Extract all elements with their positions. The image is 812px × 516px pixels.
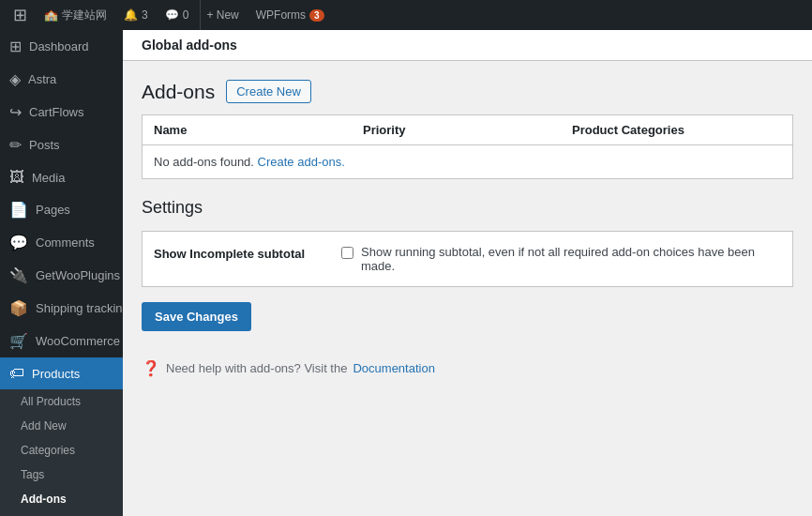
posts-icon: ✏ <box>9 136 22 154</box>
sidebar-item-posts[interactable]: ✏ Posts <box>0 129 123 161</box>
create-new-button[interactable]: Create New <box>226 80 311 103</box>
addons-section-header: Add-ons Create New <box>142 80 793 103</box>
sidebar-sub-tags[interactable]: Tags <box>0 463 123 487</box>
sidebar-item-getwoo[interactable]: 🔌 GetWooPlugins <box>0 259 123 292</box>
sidebar-item-pages[interactable]: 📄 Pages <box>0 193 123 226</box>
sidebar-item-label: Comments <box>36 235 95 250</box>
sidebar-item-label: Products <box>32 367 80 381</box>
wp-icon: ⊞ <box>13 5 27 25</box>
create-addons-link[interactable]: Create add-ons. <box>258 155 345 169</box>
help-footer: ❓ Need help with add-ons? Visit the Docu… <box>142 359 793 377</box>
site-name: 学建站网 <box>62 8 107 23</box>
media-icon: 🖼 <box>9 169 24 186</box>
sidebar: ⊞ Dashboard ◈ Astra ↪ CartFlows ✏ Posts … <box>0 30 123 516</box>
empty-message: No add-ons found. <box>154 155 258 169</box>
sidebar-item-astra[interactable]: ◈ Astra <box>0 63 123 96</box>
incomplete-subtotal-checkbox[interactable] <box>341 247 353 259</box>
incomplete-subtotal-description: Show running subtotal, even if not all r… <box>361 245 781 273</box>
incomplete-subtotal-label: Show Incomplete subtotal <box>154 245 323 261</box>
sidebar-item-label: GetWooPlugins <box>36 268 120 282</box>
sidebar-item-label: Pages <box>36 203 70 217</box>
sidebar-sub-add-new[interactable]: Add New <box>0 414 123 438</box>
table-body: No add-ons found. Create add-ons. <box>143 145 792 178</box>
settings-section: Settings Show Incomplete subtotal Show r… <box>142 198 793 331</box>
getwoo-icon: 🔌 <box>9 266 28 284</box>
page-header: Global add-ons <box>123 30 812 61</box>
products-icon: 🏷 <box>9 365 24 382</box>
sidebar-item-comments[interactable]: 💬 Comments <box>0 226 123 259</box>
sidebar-sub-all-products[interactable]: All Products <box>0 389 123 414</box>
sidebar-item-cartflows[interactable]: ↪ CartFlows <box>0 96 123 129</box>
sidebar-item-label: WooCommerce <box>36 334 120 348</box>
page-title: Global add-ons <box>142 38 237 53</box>
sidebar-item-products[interactable]: 🏷 Products <box>0 357 123 389</box>
sidebar-sub-categories[interactable]: Categories <box>0 438 123 463</box>
dashboard-icon: ⊞ <box>9 38 22 55</box>
comments-icon: 💬 <box>9 234 28 251</box>
sidebar-item-label: Shipping tracking <box>36 301 123 315</box>
sidebar-sub-attributes[interactable]: Attributes <box>0 511 123 516</box>
col-name: Name <box>154 123 363 137</box>
addons-title: Add-ons <box>142 81 215 103</box>
documentation-link[interactable]: Documentation <box>353 361 434 375</box>
help-icon: ❓ <box>142 359 160 377</box>
wpforms-item[interactable]: WPForms 3 <box>250 0 330 30</box>
save-changes-button[interactable]: Save Changes <box>142 302 251 331</box>
new-label: + New <box>206 8 238 22</box>
sidebar-item-label: Posts <box>29 138 60 152</box>
col-priority: Priority <box>363 123 572 137</box>
table-header: Name Priority Product Categories <box>143 115 792 145</box>
comment-icon: 💬 <box>165 8 179 22</box>
sidebar-item-media[interactable]: 🖼 Media <box>0 161 123 193</box>
main-layout: ⊞ Dashboard ◈ Astra ↪ CartFlows ✏ Posts … <box>0 30 812 516</box>
wpforms-label: WPForms <box>256 8 306 22</box>
comments-count-item[interactable]: 🔔 3 <box>118 0 154 30</box>
sidebar-item-label: CartFlows <box>29 105 84 119</box>
comment-count: 0 <box>183 8 189 22</box>
sidebar-item-label: Media <box>32 171 65 185</box>
content-area: Add-ons Create New Name Priority Product… <box>123 61 812 396</box>
pages-icon: 📄 <box>9 201 28 219</box>
site-item[interactable]: 🏫 学建站网 <box>38 0 113 30</box>
astra-icon: ◈ <box>9 70 21 88</box>
col-product-categories: Product Categories <box>572 123 781 137</box>
sidebar-item-label: Dashboard <box>29 39 89 53</box>
settings-title: Settings <box>142 198 793 218</box>
wp-logo-item[interactable]: ⊞ <box>8 0 33 30</box>
sidebar-item-label: Astra <box>28 72 56 86</box>
comment-item[interactable]: 💬 0 <box>159 0 195 30</box>
incomplete-subtotal-value: Show running subtotal, even if not all r… <box>341 245 781 273</box>
cartflows-icon: ↪ <box>9 103 22 121</box>
comments-count: 3 <box>142 8 148 22</box>
addons-table: Name Priority Product Categories No add-… <box>142 114 793 179</box>
sidebar-item-dashboard[interactable]: ⊞ Dashboard <box>0 30 123 63</box>
settings-incomplete-subtotal-row: Show Incomplete subtotal Show running su… <box>142 231 793 287</box>
new-item[interactable]: + New <box>200 0 244 30</box>
admin-bar: ⊞ 🏫 学建站网 🔔 3 💬 0 + New WPForms 3 <box>0 0 812 30</box>
wpforms-badge: 3 <box>309 9 324 22</box>
sidebar-item-shipping[interactable]: 📦 Shipping tracking <box>0 292 123 325</box>
site-icon: 🏫 <box>44 8 58 22</box>
main-content: Global add-ons Add-ons Create New Name P… <box>123 30 812 516</box>
sidebar-sub-add-ons[interactable]: Add-ons <box>0 487 123 511</box>
help-text: Need help with add-ons? Visit the <box>166 361 347 375</box>
sidebar-item-woocommerce[interactable]: 🛒 WooCommerce <box>0 325 123 357</box>
comments-count-icon: 🔔 <box>124 8 138 22</box>
shipping-icon: 📦 <box>9 299 28 317</box>
products-submenu: All Products Add New Categories Tags Add… <box>0 389 123 516</box>
woocommerce-icon: 🛒 <box>9 332 28 350</box>
